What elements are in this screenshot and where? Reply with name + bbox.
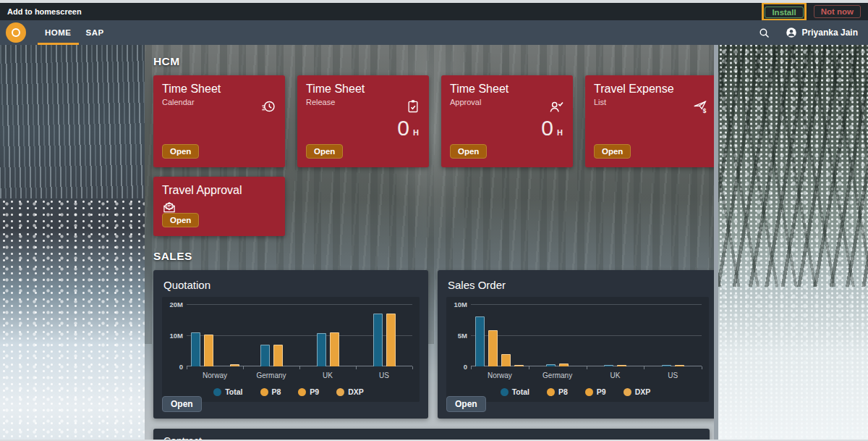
legend-item-total[interactable]: Total xyxy=(501,387,529,396)
open-button[interactable]: Open xyxy=(594,144,631,159)
bar-p9[interactable] xyxy=(501,354,511,366)
background-left-cliff xyxy=(0,0,145,441)
search-icon xyxy=(758,27,770,39)
bar-dxp[interactable] xyxy=(514,365,524,366)
bar-total[interactable] xyxy=(546,364,556,366)
tile-title: Time Sheet xyxy=(450,83,564,96)
legend-dot xyxy=(298,388,306,396)
install-banner-actions: Install Not now xyxy=(762,2,861,21)
tile-time-sheet-release[interactable]: Time Sheet Release 0 H Open xyxy=(297,75,429,167)
x-tick-label: US xyxy=(356,371,412,379)
legend-item-p8[interactable]: P8 xyxy=(260,387,281,396)
bar-dxp[interactable] xyxy=(230,364,239,366)
install-button[interactable]: Install xyxy=(765,7,803,18)
tile-title: Travel Expense xyxy=(594,83,708,96)
bar-total[interactable] xyxy=(475,316,485,366)
legend-item-dxp[interactable]: DXP xyxy=(336,387,364,396)
sales-order-card: Sales Order 10M5M0NorwayGermanyUKUSTotal… xyxy=(438,270,718,419)
tile-kpi: 0 H xyxy=(541,116,563,140)
bar-total[interactable] xyxy=(317,333,326,366)
hcm-tile-row-2: Travel Approval Open xyxy=(153,167,718,236)
bar-group-germany xyxy=(243,304,299,366)
bar-p8[interactable] xyxy=(330,332,339,366)
chart-legend: TotalP8P9DXP xyxy=(165,387,412,396)
x-tick-label: Germany xyxy=(243,371,299,379)
clipboard-check-icon xyxy=(406,98,420,114)
legend-item-p9[interactable]: P9 xyxy=(585,387,606,396)
content-scrollbar[interactable] xyxy=(714,45,718,440)
legend-item-dxp[interactable]: DXP xyxy=(624,387,651,396)
bar-total[interactable] xyxy=(604,365,613,366)
user-menu[interactable]: Priyanka Jain xyxy=(785,26,858,39)
open-button[interactable]: Open xyxy=(446,396,486,412)
sales-order-chart: 10M5M0NorwayGermanyUKUSTotalP8P9DXP xyxy=(446,297,709,402)
open-button[interactable]: Open xyxy=(162,213,199,227)
nav-tabs: HOME SAP xyxy=(38,20,111,45)
tile-title: Time Sheet xyxy=(306,83,420,96)
x-tick-label: Norway xyxy=(187,371,243,379)
bar-group-norway xyxy=(471,304,529,366)
svg-text:$: $ xyxy=(703,108,707,114)
legend-item-total[interactable]: Total xyxy=(213,387,242,396)
launchpad-content: HCM Time Sheet Calendar Open Time Sheet … xyxy=(145,45,718,440)
contract-card[interactable]: Contract xyxy=(153,429,710,440)
tile-kpi-unit: H xyxy=(413,128,419,137)
bar-total[interactable] xyxy=(191,332,200,366)
bar-total[interactable] xyxy=(260,345,270,366)
legend-dot xyxy=(547,388,555,396)
shell-bar: HOME SAP Priyanka Jain xyxy=(0,20,868,45)
tile-title: Time Sheet xyxy=(162,83,276,96)
window-frame-top xyxy=(0,0,868,3)
bar-p8[interactable] xyxy=(488,330,498,366)
legend-dot xyxy=(501,388,509,396)
bar-group-germany xyxy=(529,304,587,366)
open-button[interactable]: Open xyxy=(306,144,343,159)
install-banner: Add to homescreen Install Not now xyxy=(0,3,868,20)
tile-title: Travel Approval xyxy=(162,184,276,197)
bar-p8[interactable] xyxy=(559,364,569,366)
bar-p8[interactable] xyxy=(675,365,684,366)
bar-p8[interactable] xyxy=(386,314,396,366)
open-button[interactable]: Open xyxy=(162,396,202,412)
chart-title: Quotation xyxy=(163,279,420,291)
tab-sap[interactable]: SAP xyxy=(79,20,111,45)
app-logo[interactable] xyxy=(6,22,26,43)
bar-group-us xyxy=(356,304,412,366)
bar-total[interactable] xyxy=(373,314,383,366)
x-tick-label: Germany xyxy=(529,371,587,379)
not-now-button[interactable]: Not now xyxy=(814,5,861,18)
x-tick-label: UK xyxy=(587,371,644,379)
tab-home[interactable]: HOME xyxy=(38,20,79,45)
quotation-card: Quotation 20M10M0NorwayGermanyUKUSTotalP… xyxy=(153,270,428,419)
bar-total[interactable] xyxy=(662,365,671,366)
tile-subtitle: List xyxy=(594,98,708,106)
bar-p8[interactable] xyxy=(273,345,283,366)
legend-dot xyxy=(624,388,631,396)
bar-p8[interactable] xyxy=(204,335,213,366)
section-title-sales: SALES xyxy=(153,250,718,263)
section-title-hcm: HCM xyxy=(153,55,718,68)
legend-item-p9[interactable]: P9 xyxy=(298,387,319,396)
sales-cards-row: Quotation 20M10M0NorwayGermanyUKUSTotalP… xyxy=(153,270,718,419)
legend-item-p8[interactable]: P8 xyxy=(547,387,568,396)
tile-kpi-value: 0 xyxy=(397,116,409,140)
tile-travel-approval[interactable]: Travel Approval Open xyxy=(153,177,285,236)
y-axis: 10M5M0 xyxy=(449,304,471,366)
open-button[interactable]: Open xyxy=(162,144,199,159)
bar-group-uk xyxy=(299,304,356,366)
clock-history-icon xyxy=(260,98,276,114)
bar-group-norway xyxy=(187,304,243,366)
y-tick-label: 10M xyxy=(170,332,183,340)
install-highlight-annotation: Install xyxy=(762,2,806,21)
chart-legend: TotalP8P9DXP xyxy=(449,387,702,396)
tile-time-sheet-calendar[interactable]: Time Sheet Calendar Open xyxy=(153,75,285,167)
x-tick-label: Norway xyxy=(471,371,529,379)
tile-travel-expense-list[interactable]: Travel Expense List $ Open xyxy=(585,75,717,167)
search-button[interactable] xyxy=(758,27,770,39)
bar-p8[interactable] xyxy=(617,365,626,366)
open-button[interactable]: Open xyxy=(450,144,487,159)
plot-area xyxy=(471,304,702,366)
bar-group-us xyxy=(644,304,702,366)
plot-area xyxy=(187,304,412,366)
tile-time-sheet-approval[interactable]: Time Sheet Approval 0 H Open xyxy=(441,75,573,167)
